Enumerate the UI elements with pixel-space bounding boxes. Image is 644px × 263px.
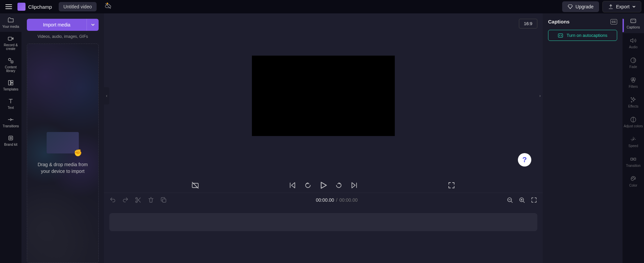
prop-item-audio[interactable]: Audio [623,33,644,53]
delete-button[interactable] [148,197,154,203]
cc-badge-icon: CC [610,19,617,24]
sidebar-item-content-library[interactable]: Content library [0,54,21,76]
sidebar-item-label: Brand kit [4,143,17,146]
prop-item-label: Captions [627,25,640,29]
export-label: Export [616,4,630,9]
svg-rect-2 [11,61,13,63]
fullscreen-button[interactable] [447,181,455,189]
hamburger-icon [5,4,12,9]
svg-point-1 [8,58,11,61]
sidebar-item-brand-kit[interactable]: Brand kit [0,131,21,150]
cc-icon [630,17,637,24]
captions-title: Captions [548,19,570,24]
prop-item-captions[interactable]: Captions [623,13,644,33]
sidebar-item-your-media[interactable]: Your media [0,13,21,32]
fade-icon [630,57,637,64]
timeline-toolbar: 00:00.00 / 00:00.00 [104,193,543,207]
dropzone-thumb: ✊ [47,132,79,153]
aspect-ratio-button[interactable]: 16:9 [519,19,537,28]
zoom-fit-button[interactable] [531,197,537,203]
svg-point-7 [10,137,12,139]
video-canvas[interactable] [252,56,395,136]
undo-button[interactable] [109,197,116,203]
prop-item-label: Transition [626,164,641,168]
prop-item-transition[interactable]: Transition [623,152,644,172]
prop-item-label: Audio [629,45,638,49]
prop-item-color[interactable]: Color [623,172,644,191]
prop-item-adjust-colors[interactable]: Adjust colors [623,112,644,132]
redo-button[interactable] [122,197,129,203]
timeline-tracks[interactable] [104,207,543,263]
stage: ‹ 16:9 ? › [104,13,543,178]
play-button[interactable] [318,180,328,190]
sidebar-item-templates[interactable]: Templates [0,76,21,94]
prop-item-label: Fade [630,65,637,69]
captions-panel: Captions CC Turn on autocaptions [543,13,623,263]
export-button[interactable]: Export [602,1,641,12]
speed-icon [630,136,637,143]
forward-icon [335,181,343,189]
split-button[interactable] [135,197,142,203]
collapse-left-panel-handle[interactable]: ‹ [104,87,109,105]
player-controls [104,178,543,193]
skip-forward-button[interactable] [350,181,358,189]
zoom-out-button[interactable] [506,197,513,203]
chevron-down-icon [632,5,636,8]
time-separator: / [336,197,337,203]
copy-icon [160,197,167,203]
autocaptions-button[interactable]: Turn on autocaptions [548,30,617,41]
forward-button[interactable] [335,181,343,189]
duplicate-button[interactable] [160,197,167,203]
upgrade-button[interactable]: Upgrade [562,1,599,12]
prop-item-speed[interactable]: Speed [623,132,644,152]
templates-icon [7,79,14,86]
undo-icon [109,197,116,203]
svg-rect-21 [631,158,633,160]
text-icon [7,98,14,105]
diamond-icon [568,4,573,9]
prop-item-filters[interactable]: Filters [623,73,644,92]
menu-button[interactable] [3,1,15,13]
svg-point-19 [632,79,635,82]
redo-icon [122,197,129,203]
collapse-right-panel-handle[interactable]: › [537,87,543,105]
header: Clipchamp Untitled video Upgrade Export [0,0,644,13]
zoom-in-button[interactable] [519,197,525,203]
media-dropzone[interactable]: ✊ Drag & drop media from your device to … [27,44,99,263]
camera-icon [7,35,14,42]
prop-item-fade[interactable]: Fade [623,53,644,73]
prop-item-label: Color [629,184,637,187]
import-media-button[interactable]: Import media [27,19,87,31]
rewind-button[interactable] [304,181,312,189]
app-logo [17,3,25,11]
sidebar-item-transitions[interactable]: Transitions [0,113,21,131]
sidebar-item-record[interactable]: Record & create [0,32,21,54]
svg-point-18 [633,78,635,80]
fullscreen-icon [447,181,455,189]
left-sidebar: Your media Record & create Content libra… [0,13,21,263]
svg-rect-3 [8,80,10,85]
brand-icon [7,135,14,141]
active-indicator [623,19,624,32]
sidebar-item-label: Templates [3,87,18,91]
color-icon [630,176,637,182]
zoom-out-icon [506,197,513,203]
stage-area: ‹ 16:9 ? › [104,13,543,263]
sidebar-item-label: Transitions [3,124,19,128]
prop-item-effects[interactable]: Effects [623,92,644,112]
chevron-down-icon [91,23,95,27]
help-button[interactable]: ? [518,153,531,167]
import-media-dropdown[interactable] [87,19,99,31]
timeline-track[interactable] [109,213,537,231]
sync-status[interactable] [101,3,111,11]
captions-toggle-button[interactable] [191,181,199,189]
video-title-button[interactable]: Untitled video [59,2,97,11]
current-time: 00:00.00 [316,197,334,203]
filters-icon [630,77,637,83]
adjust-icon [630,116,637,123]
play-icon [318,180,328,190]
skip-back-button[interactable] [288,181,297,189]
sidebar-item-text[interactable]: Text [0,94,21,113]
app-name: Clipchamp [28,4,52,10]
effects-icon [630,96,637,103]
